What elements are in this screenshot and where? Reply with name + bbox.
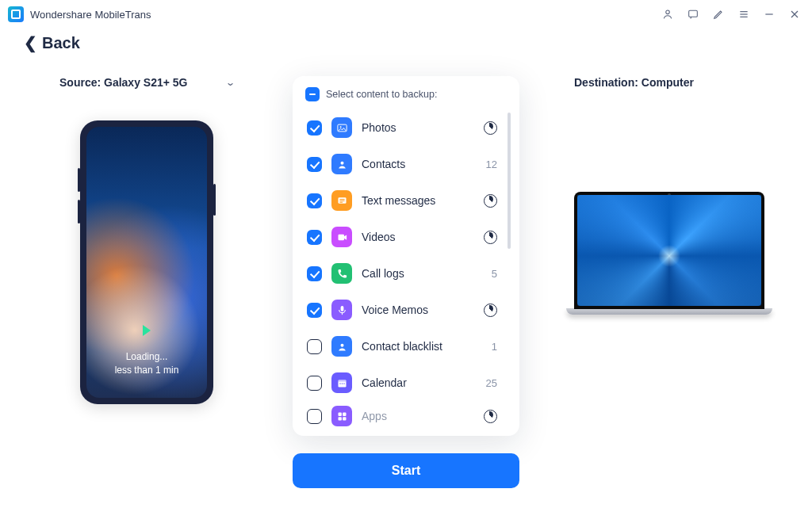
apps-icon	[331, 406, 352, 426]
checkbox-calendar[interactable]	[307, 376, 322, 391]
start-button[interactable]: Start	[293, 453, 519, 488]
svg-rect-12	[339, 199, 344, 200]
feedback-icon[interactable]	[687, 8, 699, 21]
svg-rect-16	[340, 305, 343, 311]
checkbox-messages[interactable]	[307, 193, 322, 208]
row-count: 25	[486, 377, 497, 389]
checkbox-videos[interactable]	[307, 230, 322, 245]
chevron-left-icon: ❮	[24, 33, 37, 52]
svg-rect-22	[341, 383, 342, 384]
select-all-checkbox[interactable]	[305, 87, 320, 101]
photos-icon	[331, 117, 352, 138]
blacklist-icon	[331, 336, 352, 357]
destination-prefix: Destination:	[574, 76, 642, 89]
svg-point-9	[339, 126, 341, 128]
checkbox-calllogs[interactable]	[307, 266, 322, 281]
row-label: Call logs	[362, 267, 482, 280]
app-title: Wondershare MobileTrans	[30, 9, 151, 21]
row-label: Contacts	[362, 158, 477, 170]
loading-spinner-icon	[484, 231, 497, 244]
row-label: Contact blacklist	[362, 340, 482, 353]
row-label: Apps	[362, 410, 474, 422]
menu-icon[interactable]	[737, 8, 750, 21]
svg-rect-1	[689, 10, 698, 17]
content-row-apps[interactable]: Apps	[301, 401, 511, 426]
content-row-contacts[interactable]: Contacts12	[301, 146, 511, 182]
calllogs-icon	[331, 263, 352, 284]
svg-point-0	[666, 10, 670, 14]
source-device: Galaxy S21+ 5G	[104, 76, 187, 89]
svg-rect-26	[338, 417, 341, 420]
account-icon[interactable]	[661, 8, 674, 21]
checkbox-photos[interactable]	[307, 120, 322, 136]
content-selection-panel: Select content to backup: PhotosContacts…	[293, 76, 519, 436]
checkbox-apps[interactable]	[307, 409, 322, 424]
svg-rect-25	[343, 412, 346, 415]
back-button[interactable]: ❮ Back	[0, 29, 812, 60]
scrollbar[interactable]	[508, 113, 511, 249]
loading-spinner-icon	[484, 121, 497, 135]
row-label: Photos	[362, 121, 474, 134]
content-row-voice[interactable]: Voice Memos	[301, 292, 511, 328]
svg-rect-13	[339, 200, 344, 200]
svg-point-10	[340, 161, 343, 164]
checkbox-voice[interactable]	[307, 303, 322, 318]
destination-device: Computer	[642, 76, 694, 89]
calendar-icon	[331, 372, 352, 393]
play-icon	[143, 325, 151, 336]
minimize-icon[interactable]	[763, 8, 776, 21]
loading-spinner-icon	[484, 410, 497, 423]
svg-rect-21	[339, 383, 340, 384]
loading-status: Loading... less than 1 min	[115, 350, 179, 377]
contacts-icon	[331, 154, 352, 174]
edit-icon[interactable]	[712, 8, 725, 21]
svg-rect-20	[338, 380, 346, 382]
row-label: Videos	[362, 231, 474, 243]
checkbox-blacklist[interactable]	[307, 339, 322, 354]
svg-rect-23	[343, 383, 344, 384]
source-prefix: Source:	[59, 76, 104, 89]
laptop-mockup	[566, 192, 772, 315]
svg-point-18	[340, 343, 343, 346]
row-label: Voice Memos	[362, 304, 474, 316]
content-row-blacklist[interactable]: Contact blacklist1	[301, 328, 511, 365]
content-row-calllogs[interactable]: Call logs5	[301, 255, 511, 292]
loading-spinner-icon	[484, 304, 497, 317]
row-count: 1	[492, 341, 497, 353]
content-row-messages[interactable]: Text messages	[301, 182, 511, 219]
row-label: Calendar	[362, 376, 477, 389]
phone-mockup: Loading... less than 1 min	[80, 120, 213, 404]
voice-icon	[331, 300, 352, 320]
row-count: 12	[486, 158, 497, 170]
svg-rect-14	[339, 201, 343, 202]
row-label: Text messages	[362, 194, 474, 207]
svg-rect-27	[343, 417, 346, 420]
content-row-videos[interactable]: Videos	[301, 219, 511, 255]
app-logo-icon	[8, 6, 24, 22]
content-row-calendar[interactable]: Calendar25	[301, 365, 511, 401]
close-icon[interactable]	[788, 8, 801, 21]
checkbox-contacts[interactable]	[307, 157, 322, 172]
panel-title: Select content to backup:	[326, 89, 437, 100]
title-bar: Wondershare MobileTrans	[0, 0, 812, 29]
chevron-down-icon: ⌄	[225, 77, 236, 88]
row-count: 5	[492, 268, 497, 280]
loading-spinner-icon	[484, 194, 497, 208]
source-selector[interactable]: Source: Galaxy S21+ 5G ⌄	[59, 76, 234, 89]
messages-icon	[331, 190, 352, 211]
content-row-photos[interactable]: Photos	[301, 109, 511, 146]
svg-rect-24	[338, 412, 341, 415]
svg-rect-15	[338, 234, 344, 240]
videos-icon	[331, 227, 352, 247]
back-label: Back	[42, 34, 80, 52]
